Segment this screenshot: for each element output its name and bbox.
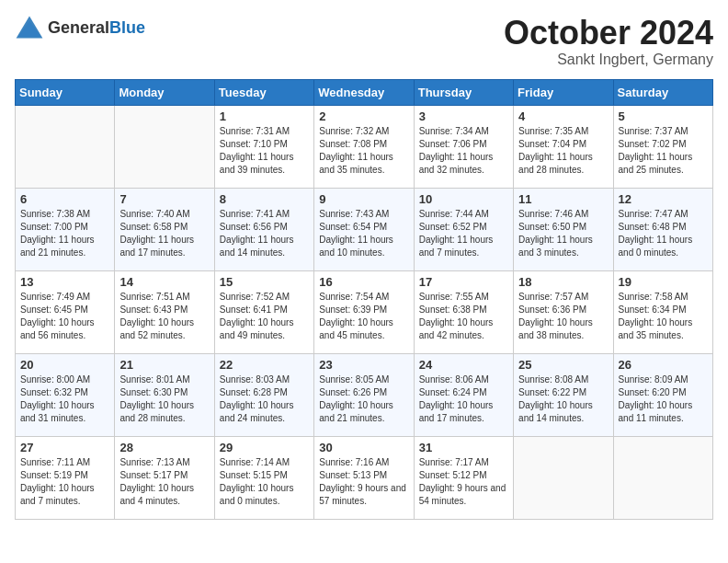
day-number: 6 — [20, 192, 109, 206]
calendar-table: SundayMondayTuesdayWednesdayThursdayFrid… — [15, 79, 713, 520]
day-info: Sunrise: 7:13 AMSunset: 5:17 PMDaylight:… — [119, 456, 209, 508]
day-number: 8 — [220, 192, 309, 206]
calendar-cell: 14Sunrise: 7:51 AMSunset: 6:43 PMDayligh… — [115, 270, 214, 353]
day-number: 13 — [20, 275, 109, 289]
day-info: Sunrise: 7:32 AMSunset: 7:08 PMDaylight:… — [319, 125, 408, 177]
calendar-week-row: 20Sunrise: 8:00 AMSunset: 6:32 PMDayligh… — [16, 353, 713, 436]
weekday-header: Tuesday — [214, 79, 313, 105]
calendar-cell: 18Sunrise: 7:57 AMSunset: 6:36 PMDayligh… — [514, 270, 613, 353]
calendar-week-row: 27Sunrise: 7:11 AMSunset: 5:19 PMDayligh… — [16, 436, 713, 519]
day-info: Sunrise: 8:09 AMSunset: 6:20 PMDaylight:… — [619, 373, 708, 425]
calendar-cell: 23Sunrise: 8:05 AMSunset: 6:26 PMDayligh… — [314, 353, 414, 436]
month-title: October 2024 — [504, 15, 713, 52]
day-info: Sunrise: 7:11 AMSunset: 5:19 PMDaylight:… — [20, 456, 109, 508]
weekday-header: Monday — [115, 79, 214, 105]
weekday-header: Sunday — [16, 79, 115, 105]
day-info: Sunrise: 7:43 AMSunset: 6:54 PMDaylight:… — [319, 208, 408, 259]
day-number: 27 — [20, 441, 109, 454]
day-info: Sunrise: 7:54 AMSunset: 6:39 PMDaylight:… — [319, 291, 408, 342]
calendar-cell: 1Sunrise: 7:31 AMSunset: 7:10 PMDaylight… — [214, 105, 313, 188]
day-number: 5 — [619, 109, 708, 123]
calendar-cell: 3Sunrise: 7:34 AMSunset: 7:06 PMDaylight… — [414, 105, 513, 188]
day-number: 2 — [319, 109, 408, 123]
day-number: 23 — [319, 358, 408, 372]
calendar-week-row: 1Sunrise: 7:31 AMSunset: 7:10 PMDaylight… — [16, 105, 713, 188]
calendar-cell: 24Sunrise: 8:06 AMSunset: 6:24 PMDayligh… — [414, 353, 513, 436]
calendar-cell: 26Sunrise: 8:09 AMSunset: 6:20 PMDayligh… — [613, 353, 712, 436]
day-number: 31 — [419, 441, 508, 454]
day-info: Sunrise: 7:57 AMSunset: 6:36 PMDaylight:… — [518, 291, 608, 342]
day-number: 10 — [419, 192, 508, 206]
calendar-cell: 21Sunrise: 8:01 AMSunset: 6:30 PMDayligh… — [115, 353, 214, 436]
calendar-cell: 19Sunrise: 7:58 AMSunset: 6:34 PMDayligh… — [613, 270, 712, 353]
day-info: Sunrise: 7:55 AMSunset: 6:38 PMDaylight:… — [419, 291, 508, 342]
day-info: Sunrise: 7:52 AMSunset: 6:41 PMDaylight:… — [220, 291, 309, 342]
calendar-cell — [613, 436, 712, 519]
location-title: Sankt Ingbert, Germany — [504, 52, 713, 68]
day-number: 30 — [319, 441, 408, 454]
day-info: Sunrise: 7:46 AMSunset: 6:50 PMDaylight:… — [518, 208, 608, 259]
day-number: 22 — [220, 358, 309, 372]
calendar-cell: 22Sunrise: 8:03 AMSunset: 6:28 PMDayligh… — [214, 353, 313, 436]
calendar-week-row: 13Sunrise: 7:49 AMSunset: 6:45 PMDayligh… — [16, 270, 713, 353]
calendar-cell: 16Sunrise: 7:54 AMSunset: 6:39 PMDayligh… — [314, 270, 414, 353]
calendar-cell: 10Sunrise: 7:44 AMSunset: 6:52 PMDayligh… — [414, 188, 513, 270]
day-number: 17 — [419, 275, 508, 289]
day-number: 21 — [119, 358, 209, 372]
day-info: Sunrise: 8:06 AMSunset: 6:24 PMDaylight:… — [419, 373, 508, 425]
logo-text: GeneralBlue — [48, 18, 145, 38]
day-number: 12 — [619, 192, 708, 206]
day-number: 28 — [119, 441, 209, 454]
calendar-cell: 7Sunrise: 7:40 AMSunset: 6:58 PMDaylight… — [115, 188, 214, 270]
calendar-cell: 2Sunrise: 7:32 AMSunset: 7:08 PMDaylight… — [314, 105, 414, 188]
day-info: Sunrise: 7:14 AMSunset: 5:15 PMDaylight:… — [220, 456, 309, 508]
day-number: 18 — [518, 275, 608, 289]
day-info: Sunrise: 8:00 AMSunset: 6:32 PMDaylight:… — [20, 373, 109, 425]
calendar-cell: 25Sunrise: 8:08 AMSunset: 6:22 PMDayligh… — [514, 353, 613, 436]
day-info: Sunrise: 8:03 AMSunset: 6:28 PMDaylight:… — [220, 373, 309, 425]
calendar-week-row: 6Sunrise: 7:38 AMSunset: 7:00 PMDaylight… — [16, 188, 713, 270]
day-number: 7 — [119, 192, 209, 206]
calendar-cell — [514, 436, 613, 519]
logo-blue: Blue — [109, 18, 145, 37]
page-header: GeneralBlue October 2024 Sankt Ingbert, … — [15, 15, 713, 68]
day-info: Sunrise: 7:35 AMSunset: 7:04 PMDaylight:… — [518, 125, 608, 177]
day-number: 16 — [319, 275, 408, 289]
calendar-cell: 13Sunrise: 7:49 AMSunset: 6:45 PMDayligh… — [16, 270, 115, 353]
weekday-header: Saturday — [613, 79, 712, 105]
calendar-cell: 8Sunrise: 7:41 AMSunset: 6:56 PMDaylight… — [214, 188, 313, 270]
day-number: 3 — [419, 109, 508, 123]
calendar-cell: 4Sunrise: 7:35 AMSunset: 7:04 PMDaylight… — [514, 105, 613, 188]
day-number: 20 — [20, 358, 109, 372]
calendar-cell: 20Sunrise: 8:00 AMSunset: 6:32 PMDayligh… — [16, 353, 115, 436]
day-info: Sunrise: 8:01 AMSunset: 6:30 PMDaylight:… — [119, 373, 209, 425]
weekday-header: Friday — [514, 79, 613, 105]
day-info: Sunrise: 7:34 AMSunset: 7:06 PMDaylight:… — [419, 125, 508, 177]
day-info: Sunrise: 7:31 AMSunset: 7:10 PMDaylight:… — [220, 125, 309, 177]
title-area: October 2024 Sankt Ingbert, Germany — [504, 15, 713, 68]
logo-icon — [15, 15, 44, 40]
day-number: 15 — [220, 275, 309, 289]
calendar-cell: 15Sunrise: 7:52 AMSunset: 6:41 PMDayligh… — [214, 270, 313, 353]
day-number: 9 — [319, 192, 408, 206]
calendar-cell: 6Sunrise: 7:38 AMSunset: 7:00 PMDaylight… — [16, 188, 115, 270]
day-info: Sunrise: 7:38 AMSunset: 7:00 PMDaylight:… — [20, 208, 109, 259]
day-number: 1 — [220, 109, 309, 123]
calendar-cell: 27Sunrise: 7:11 AMSunset: 5:19 PMDayligh… — [16, 436, 115, 519]
calendar-cell: 29Sunrise: 7:14 AMSunset: 5:15 PMDayligh… — [214, 436, 313, 519]
day-info: Sunrise: 7:37 AMSunset: 7:02 PMDaylight:… — [619, 125, 708, 177]
calendar-cell: 5Sunrise: 7:37 AMSunset: 7:02 PMDaylight… — [613, 105, 712, 188]
day-info: Sunrise: 7:49 AMSunset: 6:45 PMDaylight:… — [20, 291, 109, 342]
calendar-cell — [16, 105, 115, 188]
day-number: 4 — [518, 109, 608, 123]
calendar-cell: 28Sunrise: 7:13 AMSunset: 5:17 PMDayligh… — [115, 436, 214, 519]
calendar-cell — [115, 105, 214, 188]
calendar-cell: 31Sunrise: 7:17 AMSunset: 5:12 PMDayligh… — [414, 436, 513, 519]
day-info: Sunrise: 7:41 AMSunset: 6:56 PMDaylight:… — [220, 208, 309, 259]
day-number: 19 — [619, 275, 708, 289]
day-info: Sunrise: 7:51 AMSunset: 6:43 PMDaylight:… — [119, 291, 209, 342]
weekday-header: Wednesday — [314, 79, 414, 105]
day-info: Sunrise: 7:17 AMSunset: 5:12 PMDaylight:… — [419, 456, 508, 508]
calendar-cell: 9Sunrise: 7:43 AMSunset: 6:54 PMDaylight… — [314, 188, 414, 270]
day-info: Sunrise: 7:44 AMSunset: 6:52 PMDaylight:… — [419, 208, 508, 259]
